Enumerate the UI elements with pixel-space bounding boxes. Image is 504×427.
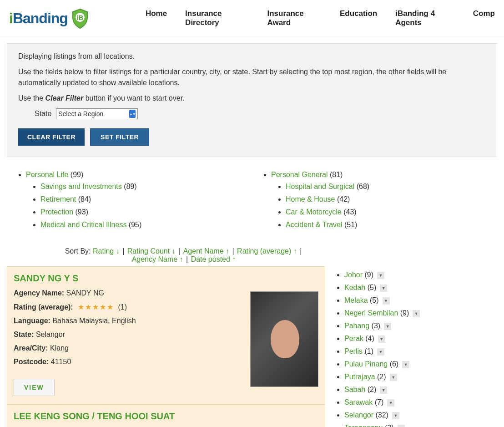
state-link[interactable]: Putrajaya xyxy=(344,373,375,381)
state-link[interactable]: Terengganu xyxy=(344,424,383,427)
star-icon: ★ xyxy=(78,303,84,311)
state-link[interactable]: Melaka xyxy=(344,296,368,304)
state-count: (6) xyxy=(388,360,398,368)
state-count: (3) xyxy=(383,424,394,427)
sort-rating-count[interactable]: Rating Count ↓ xyxy=(127,247,176,255)
state-link[interactable]: Perlis xyxy=(344,347,363,355)
state-link[interactable]: Kedah xyxy=(344,284,365,291)
state-item: Selangor (32)▼ xyxy=(344,411,448,419)
sidebar-states: Johor (9)▼Kedah (5)▼Melaka (5)▼Negeri Se… xyxy=(334,266,448,427)
category-column-right: Personal General (81) Hospital and Surgi… xyxy=(252,171,497,234)
cat-home[interactable]: Home & House xyxy=(286,195,335,203)
state-count: (32) xyxy=(373,411,388,419)
expand-icon[interactable]: ▼ xyxy=(377,348,384,356)
state-count: (4) xyxy=(363,335,374,342)
state-link[interactable]: Negeri Sembilan xyxy=(344,309,398,317)
state-value: Selangor xyxy=(36,330,65,338)
state-count: (1) xyxy=(363,347,373,355)
city-label: Area/City: xyxy=(14,344,48,352)
nav-insurance-award[interactable]: Insurance Award xyxy=(267,9,322,27)
state-link[interactable]: Sarawak xyxy=(344,398,373,406)
state-link[interactable]: Pahang xyxy=(344,322,369,330)
postcode-label: Postcode: xyxy=(14,358,49,366)
rating-stars: ★★★★★ xyxy=(78,303,113,311)
filter-text-3: Use the Clear Filter button if you want … xyxy=(18,93,486,104)
expand-icon[interactable]: ▼ xyxy=(413,310,420,317)
sort-rating[interactable]: Rating ↓ xyxy=(93,247,120,255)
sort-date-posted[interactable]: Date posted ↑ xyxy=(191,255,236,263)
site-header: iBanding iB Home Insurance Directory Ins… xyxy=(0,0,504,36)
nav-home[interactable]: Home xyxy=(146,9,167,27)
expand-icon[interactable]: ▼ xyxy=(402,361,409,368)
state-item: Sabah (2)▼ xyxy=(344,386,448,394)
sort-rating-avg[interactable]: Rating (average) ↑ xyxy=(237,247,297,255)
listing-title[interactable]: LEE KENG SONG / TENG HOOI SUAT xyxy=(14,411,250,422)
nav-comp[interactable]: Comp xyxy=(473,9,495,27)
state-link[interactable]: Selangor xyxy=(344,411,373,419)
state-count: (5) xyxy=(368,296,379,304)
logo-part1: i xyxy=(9,10,13,26)
state-item: Kedah (5)▼ xyxy=(344,284,448,292)
sort-agent-name[interactable]: Agent Name ↑ xyxy=(183,247,229,255)
state-link[interactable]: Perak xyxy=(344,335,363,342)
logo[interactable]: iBanding iB xyxy=(9,7,91,29)
state-item: Pulau Pinang (6)▼ xyxy=(344,360,448,368)
state-label: State xyxy=(35,110,51,118)
expand-icon[interactable]: ▼ xyxy=(384,323,391,330)
expand-icon[interactable]: ▼ xyxy=(380,386,387,394)
nav-education[interactable]: Education xyxy=(340,9,377,27)
agency-label: Agency Name: xyxy=(14,289,64,297)
state-item: Johor (9)▼ xyxy=(344,271,448,279)
expand-icon[interactable]: ▼ xyxy=(378,336,385,343)
state-link[interactable]: Sabah xyxy=(344,386,365,393)
state-select[interactable]: Select a Region ▲▼ xyxy=(56,108,138,119)
expand-icon[interactable]: ▼ xyxy=(392,412,399,419)
cat-savings[interactable]: Savings and Investments xyxy=(40,183,122,190)
listing-title[interactable]: SANDY NG Y S xyxy=(14,273,250,284)
state-item: Perak (4)▼ xyxy=(344,335,448,343)
star-icon: ★ xyxy=(100,303,106,311)
set-filter-button[interactable]: SET FILTER xyxy=(90,128,149,146)
filter-panel: Displaying listings from all locations. … xyxy=(7,43,497,157)
state-count: (9) xyxy=(363,271,373,279)
state-item: Negeri Sembilan (9)▼ xyxy=(344,309,448,317)
state-count: (7) xyxy=(373,398,383,406)
postcode-value: 41150 xyxy=(51,358,71,366)
cat-car[interactable]: Car & Motorcycle xyxy=(286,208,342,216)
cat-personal-life[interactable]: Personal Life xyxy=(26,171,68,178)
state-link[interactable]: Pulau Pinang xyxy=(344,360,388,368)
expand-icon[interactable]: ▼ xyxy=(390,374,397,381)
city-value: Klang xyxy=(50,344,69,352)
sort-agency-name[interactable]: Agency Name ↑ xyxy=(132,255,183,263)
expand-icon[interactable]: ▼ xyxy=(387,399,394,407)
cat-accident[interactable]: Accident & Travel xyxy=(286,221,343,229)
expand-icon[interactable]: ▼ xyxy=(377,272,384,279)
cat-personal-general[interactable]: Personal General xyxy=(271,171,328,178)
cat-medical[interactable]: Medical and Critical Illness xyxy=(40,221,126,229)
state-count: (9) xyxy=(398,309,409,317)
state-item: Terengganu (3)▼ xyxy=(344,424,448,427)
select-arrows-icon: ▲▼ xyxy=(129,110,136,118)
shield-icon: iB xyxy=(69,7,91,29)
expand-icon[interactable]: ▼ xyxy=(380,285,387,292)
clear-filter-button[interactable]: CLEAR FILTER xyxy=(18,128,85,146)
cat-retirement[interactable]: Retirement xyxy=(40,195,76,203)
state-count: (2) xyxy=(365,386,376,393)
expand-icon[interactable]: ▼ xyxy=(383,297,390,305)
language-label: Language: xyxy=(14,317,50,325)
star-icon: ★ xyxy=(107,303,113,311)
cat-protection[interactable]: Protection xyxy=(40,208,73,216)
state-item: Melaka (5)▼ xyxy=(344,296,448,305)
state-item: Pahang (3)▼ xyxy=(344,322,448,330)
state-select-value: Select a Region xyxy=(58,110,103,117)
view-button[interactable]: VIEW xyxy=(14,379,55,396)
star-icon: ★ xyxy=(92,303,99,311)
nav-ibanding-4-agents[interactable]: iBanding 4 Agents xyxy=(395,9,455,27)
expand-icon[interactable]: ▼ xyxy=(398,425,405,427)
category-column-left: Personal Life (99) Savings and Investmen… xyxy=(7,171,252,234)
nav-insurance-directory[interactable]: Insurance Directory xyxy=(185,9,249,27)
language-value: Bahasa Malaysia, English xyxy=(52,317,136,325)
cat-hospital[interactable]: Hospital and Surgical xyxy=(286,183,354,190)
state-item: Perlis (1)▼ xyxy=(344,347,448,356)
state-link[interactable]: Johor xyxy=(344,271,363,279)
